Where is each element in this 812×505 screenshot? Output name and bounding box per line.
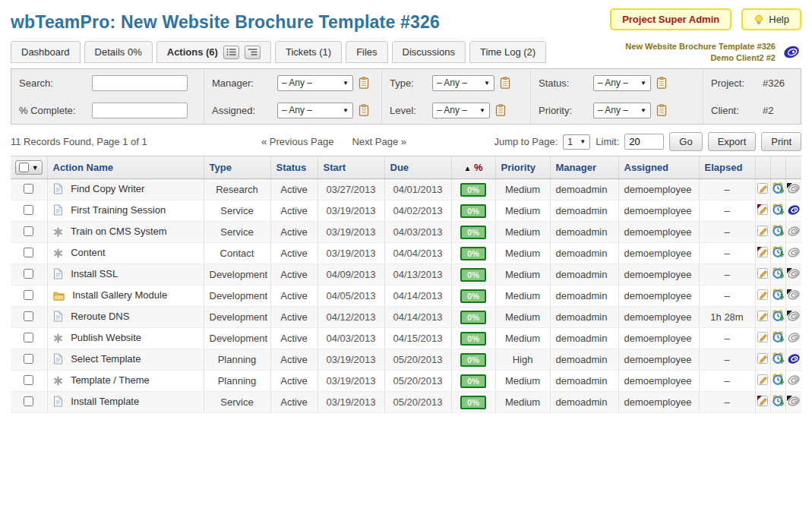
row-checkbox[interactable] xyxy=(24,205,33,215)
action-name-link[interactable]: Train on CMS System xyxy=(71,226,167,237)
visibility-swirl-icon[interactable] xyxy=(787,289,801,301)
visibility-swirl-icon[interactable] xyxy=(787,311,801,322)
select-all-button[interactable]: ▼ xyxy=(15,160,43,175)
col-percent[interactable]: ▲ % xyxy=(451,156,495,179)
row-checkbox[interactable] xyxy=(24,396,33,406)
timer-icon[interactable] xyxy=(772,310,785,322)
next-page-link[interactable]: Next Page » xyxy=(352,136,406,147)
timer-icon[interactable] xyxy=(772,225,785,237)
timer-icon[interactable] xyxy=(772,289,785,301)
action-name-link[interactable]: First Training Session xyxy=(71,204,166,216)
indent-view-icon[interactable] xyxy=(245,46,261,59)
tab-discussions[interactable]: Discussions xyxy=(392,41,466,63)
edit-icon[interactable] xyxy=(757,246,769,258)
visibility-swirl-icon[interactable] xyxy=(787,396,801,407)
complete-input[interactable] xyxy=(92,103,188,118)
row-checkbox[interactable] xyxy=(24,248,33,257)
col-due[interactable]: Due xyxy=(384,156,451,179)
tab-timelog[interactable]: Time Log (2) xyxy=(469,41,546,63)
level-filter-select[interactable]: – Any –▼ xyxy=(432,103,490,118)
row-checkbox[interactable] xyxy=(24,311,33,321)
visibility-swirl-icon[interactable] xyxy=(787,374,801,386)
edit-icon[interactable] xyxy=(757,331,769,343)
action-name-link[interactable]: Content xyxy=(71,247,106,258)
col-priority[interactable]: Priority xyxy=(495,156,550,179)
action-name-link[interactable]: Template / Theme xyxy=(71,374,150,386)
col-status[interactable]: Status xyxy=(270,156,318,179)
row-checkbox[interactable] xyxy=(24,269,33,279)
action-name-link[interactable]: Select Template xyxy=(71,353,141,365)
previous-page-link[interactable]: « Previous Page xyxy=(261,136,333,147)
row-checkbox[interactable] xyxy=(24,226,33,236)
tab-details[interactable]: Details 0% xyxy=(84,41,153,63)
priority-cell: Medium xyxy=(495,243,550,264)
project-super-admin-button[interactable]: Project Super Admin xyxy=(610,8,731,30)
print-button[interactable]: Print xyxy=(761,132,801,151)
timer-icon[interactable] xyxy=(772,246,785,258)
timer-icon[interactable] xyxy=(772,267,785,279)
clipboard-icon[interactable] xyxy=(359,77,369,89)
row-checkbox[interactable] xyxy=(24,290,33,300)
row-checkbox[interactable] xyxy=(24,184,33,194)
col-assigned[interactable]: Assigned xyxy=(618,156,699,179)
col-type[interactable]: Type xyxy=(204,156,270,179)
timer-icon[interactable] xyxy=(772,395,785,407)
action-name-link[interactable]: Reroute DNS xyxy=(71,311,129,322)
edit-icon[interactable] xyxy=(757,267,769,279)
edit-icon[interactable] xyxy=(757,395,769,407)
visibility-swirl-icon[interactable] xyxy=(787,183,801,194)
status-filter-select[interactable]: – Any –▼ xyxy=(593,75,651,91)
visibility-swirl-icon[interactable] xyxy=(787,353,801,365)
edit-icon[interactable] xyxy=(757,374,769,386)
clipboard-icon[interactable] xyxy=(500,77,510,89)
timer-icon[interactable] xyxy=(772,331,785,343)
edit-icon[interactable] xyxy=(757,182,769,194)
list-view-icon[interactable] xyxy=(223,46,239,59)
export-button[interactable]: Export xyxy=(708,132,757,151)
timer-icon[interactable] xyxy=(772,204,785,216)
edit-icon[interactable] xyxy=(757,204,769,216)
clipboard-icon[interactable] xyxy=(656,104,667,116)
visibility-swirl-icon[interactable] xyxy=(787,247,801,258)
row-checkbox[interactable] xyxy=(24,375,33,385)
search-input[interactable] xyxy=(92,75,188,91)
col-action-name[interactable]: Action Name xyxy=(47,156,204,179)
edit-icon[interactable] xyxy=(757,352,769,365)
tab-dashboard[interactable]: Dashboard xyxy=(11,41,81,63)
action-name-link[interactable]: Install SSL xyxy=(71,268,118,279)
type-filter-select[interactable]: – Any –▼ xyxy=(432,75,494,91)
edit-icon[interactable] xyxy=(757,310,769,322)
priority-filter-select[interactable]: – Any –▼ xyxy=(593,103,651,118)
edit-icon[interactable] xyxy=(757,225,769,237)
col-manager[interactable]: Manager xyxy=(550,156,618,179)
limit-input[interactable] xyxy=(624,134,664,150)
row-checkbox[interactable] xyxy=(24,354,33,364)
visibility-swirl-icon[interactable] xyxy=(787,268,801,279)
visibility-swirl-icon[interactable] xyxy=(787,226,801,237)
select-all-checkbox[interactable] xyxy=(19,163,29,172)
action-name-link[interactable]: Install Gallery Module xyxy=(72,289,167,301)
clipboard-icon[interactable] xyxy=(495,104,506,116)
tab-files[interactable]: Files xyxy=(346,41,387,63)
col-elapsed[interactable]: Elapsed xyxy=(699,156,755,179)
col-start[interactable]: Start xyxy=(318,156,384,179)
visibility-swirl-icon[interactable] xyxy=(787,204,801,216)
clipboard-icon[interactable] xyxy=(656,77,667,89)
row-checkbox[interactable] xyxy=(24,333,33,342)
action-name-link[interactable]: Install Template xyxy=(71,396,139,407)
timer-icon[interactable] xyxy=(772,374,785,386)
timer-icon[interactable] xyxy=(772,182,785,194)
assigned-filter-select[interactable]: – Any –▼ xyxy=(277,103,353,118)
go-button[interactable]: Go xyxy=(669,132,702,151)
action-name-link[interactable]: Find Copy Writer xyxy=(71,183,144,194)
action-name-link[interactable]: Publish Website xyxy=(71,332,141,343)
visibility-swirl-icon[interactable] xyxy=(787,332,801,343)
timer-icon[interactable] xyxy=(772,352,785,365)
tab-actions[interactable]: Actions (6) xyxy=(156,41,271,63)
edit-icon[interactable] xyxy=(757,289,769,301)
clipboard-icon[interactable] xyxy=(359,104,369,116)
tab-tickets[interactable]: Tickets (1) xyxy=(275,41,342,63)
jump-to-page-select[interactable]: 1▼ xyxy=(563,134,590,150)
help-button[interactable]: Help xyxy=(741,8,801,30)
manager-filter-select[interactable]: – Any –▼ xyxy=(277,75,353,91)
